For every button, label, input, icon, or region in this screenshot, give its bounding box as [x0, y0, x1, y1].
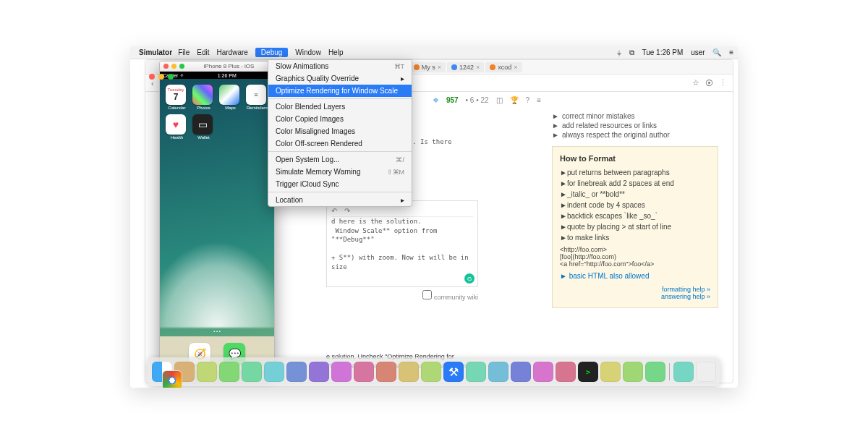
trophy-icon[interactable]: 🏆	[510, 96, 519, 104]
menu-item[interactable]: Color Misaligned Images	[268, 125, 412, 137]
dock-item[interactable]	[162, 370, 182, 388]
simulator-window[interactable]: iPhone 8 Plus - iOS Carrierᯤ 1:26 PM ▮ T…	[159, 61, 275, 372]
chrome-tab[interactable]: xcod×	[485, 62, 522, 72]
menu-item[interactable]: Simulate Memory Warning⇧⌘M	[268, 166, 412, 178]
app-health[interactable]: ♥Health	[166, 114, 188, 140]
guideline-item: ►always respect the original author	[552, 131, 718, 139]
dock-item[interactable]	[309, 362, 329, 382]
help-icon[interactable]: ?	[526, 96, 530, 104]
dock-item[interactable]	[623, 362, 643, 382]
menu-item[interactable]: Slow Animations⌘T	[268, 60, 412, 72]
menu-item[interactable]: Location▸	[268, 194, 412, 206]
iphone-statusbar: Carrierᯤ 1:26 PM ▮	[160, 72, 274, 79]
star-icon[interactable]: ☆	[692, 78, 699, 88]
menu-item[interactable]: Trigger iCloud Sync	[268, 178, 412, 190]
dock-item[interactable]	[399, 362, 419, 382]
dock-item[interactable]: >	[578, 362, 598, 382]
menu-help[interactable]: Help	[328, 48, 344, 56]
format-item: ►indent code by 4 spaces	[560, 201, 710, 209]
dock-item[interactable]	[533, 362, 553, 382]
menu-item[interactable]: Color Copied Images	[268, 113, 412, 125]
menu-item[interactable]: Color Off-screen Rendered	[268, 137, 412, 150]
menubar-status: ⏚ ⧉ Tue 1:26 PM user 🔍 ≡	[611, 48, 733, 57]
dock-item[interactable]	[354, 362, 374, 382]
format-item: ►quote by placing > at start of line	[560, 223, 710, 231]
menu-hardware[interactable]: Hardware	[216, 48, 247, 56]
macos-dock[interactable]: ⚒>	[148, 357, 720, 386]
dock-item[interactable]	[645, 362, 665, 382]
dock-item[interactable]	[696, 362, 716, 382]
minimize-icon[interactable]	[171, 64, 176, 69]
menu-window[interactable]: Window	[295, 48, 321, 56]
chrome-tab[interactable]: 1242×	[447, 62, 484, 72]
formatting-help-link[interactable]: formatting help »	[560, 286, 710, 293]
so-format-box: How to Format ►put returns between parag…	[552, 146, 718, 308]
wifi-icon[interactable]: ⏚	[617, 48, 621, 56]
so-guidelines: ►correct minor mistakes►add related reso…	[552, 112, 718, 139]
screen-icon[interactable]: ⧉	[629, 48, 634, 56]
dock-item[interactable]	[264, 362, 284, 382]
dock-item[interactable]	[376, 362, 396, 382]
app-maps[interactable]: Maps	[219, 85, 242, 110]
app-wallet[interactable]: ▭Wallet	[192, 114, 215, 140]
dock-item[interactable]	[466, 362, 486, 382]
hamburger-icon[interactable]: ≡	[537, 96, 541, 104]
answering-help-link[interactable]: answering help »	[560, 293, 710, 300]
simulator-titlebar[interactable]: iPhone 8 Plus - iOS	[160, 61, 274, 72]
dock-item[interactable]: ⚒	[443, 362, 464, 382]
menubar-app-name[interactable]: Simulator	[139, 48, 172, 56]
format-item: ►put returns between paragraphs	[560, 169, 710, 176]
macos-menubar: Simulator File Edit Hardware Debug Windo…	[130, 46, 738, 59]
format-item: ►for linebreak add 2 spaces at end	[560, 179, 710, 187]
search-icon[interactable]: 🔍	[712, 48, 721, 56]
dock-item[interactable]	[673, 362, 694, 382]
so-editor-partial: re) from iPhone 8 Plus rier versions of …	[326, 200, 478, 301]
app-calendar[interactable]: Tuesday7Calendar	[166, 85, 188, 110]
zoom-icon[interactable]	[179, 64, 184, 69]
format-item: ►backtick escapes `like _so_`	[560, 212, 710, 220]
dock-item[interactable]	[197, 362, 217, 382]
browser-traffic-lights[interactable]	[149, 74, 174, 80]
app-photos[interactable]: Photos	[192, 85, 215, 110]
chrome-tab[interactable]: My s×	[409, 62, 446, 72]
format-item: ►_italic_ or **bold**	[560, 190, 710, 198]
format-item: ►to make links	[560, 234, 710, 242]
dock-item[interactable]	[219, 362, 239, 382]
iphone-homescreen[interactable]: Tuesday7CalendarPhotosMaps≡Reminders♥Hea…	[160, 79, 274, 371]
debug-menu-dropdown[interactable]: Slow Animations⌘TGraphics Quality Overri…	[268, 59, 412, 207]
dock-item[interactable]	[242, 362, 262, 382]
back-icon[interactable]: ‹	[151, 79, 154, 88]
so-logo-icon: ❖	[433, 96, 439, 104]
undo-icon[interactable]: ↶	[331, 207, 337, 215]
inbox-icon[interactable]: ◫	[496, 96, 503, 104]
close-icon[interactable]	[163, 64, 169, 69]
list-icon[interactable]: ≡	[729, 48, 733, 56]
dock-item[interactable]	[511, 362, 531, 382]
grammarly-icon[interactable]: G	[464, 273, 475, 284]
dock-item[interactable]	[556, 362, 576, 382]
menu-debug[interactable]: Debug	[255, 48, 288, 57]
guideline-item: ►add related resources or links	[552, 122, 718, 129]
dock-item[interactable]	[421, 362, 441, 382]
redo-icon[interactable]: ↷	[344, 207, 350, 215]
menu-item[interactable]: Graphics Quality Override▸	[268, 72, 412, 85]
dock-item[interactable]	[331, 362, 352, 382]
menu-file[interactable]: File	[178, 48, 190, 56]
page-dots: • • •	[160, 329, 274, 333]
guideline-item: ►correct minor mistakes	[552, 112, 718, 120]
app-reminders[interactable]: ≡Reminders	[246, 85, 268, 110]
menu-edit[interactable]: Edit	[197, 48, 209, 56]
menu-item[interactable]: Color Blended Layers	[268, 101, 412, 113]
community-wiki-checkbox[interactable]	[422, 290, 432, 299]
dock-item[interactable]	[286, 362, 307, 382]
extensions-icon[interactable]: ⦿	[705, 79, 713, 88]
menu-item[interactable]: Open System Log...⌘/	[268, 153, 412, 166]
dock-item[interactable]	[488, 362, 509, 382]
dock-item[interactable]	[600, 362, 621, 382]
so-profile-stats: ❖ 957 • 6 • 22 ◫ 🏆 ? ≡	[433, 96, 541, 104]
menu-icon[interactable]: ⋮	[719, 78, 727, 88]
wallpaper-wave	[160, 241, 274, 328]
menu-item[interactable]: Optimize Rendering for Window Scale	[268, 85, 412, 97]
